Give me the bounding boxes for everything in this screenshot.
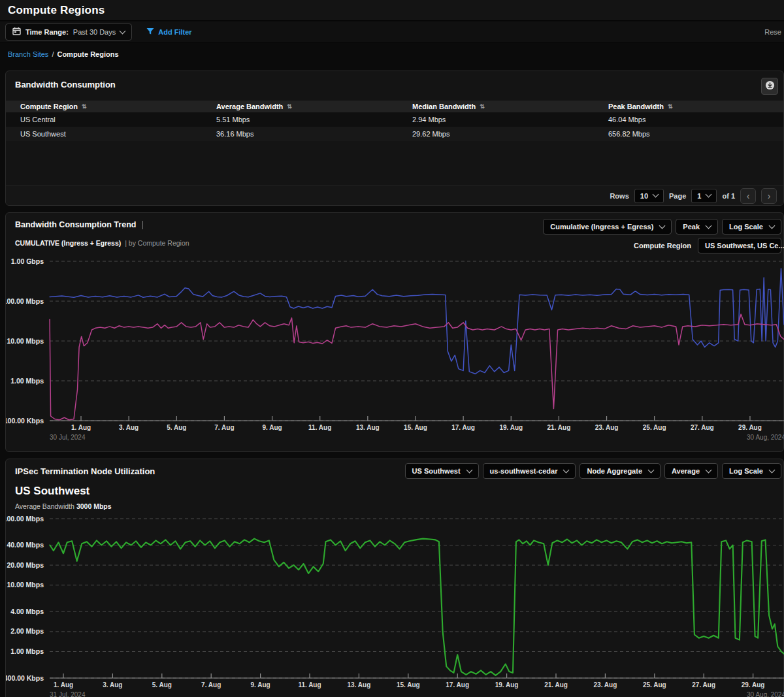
pagination-bar: Rows 10 Page 1 of 1 ‹ › xyxy=(6,186,783,205)
svg-text:29. Aug: 29. Aug xyxy=(742,681,765,689)
svg-text:29. Aug: 29. Aug xyxy=(738,424,762,431)
time-range-label: Time Range: xyxy=(25,28,69,36)
svg-text:1.00 Mbps: 1.00 Mbps xyxy=(10,647,44,655)
chevron-right-icon: › xyxy=(768,191,771,201)
svg-text:17. Aug: 17. Aug xyxy=(451,424,475,431)
breadcrumb-separator: / xyxy=(52,50,54,58)
cell-average: 36.16 Mbps xyxy=(216,130,412,138)
svg-text:19. Aug: 19. Aug xyxy=(499,424,523,431)
add-filter-button[interactable]: Add Filter xyxy=(146,27,191,37)
table-row[interactable]: US Central 5.51 Mbps 2.94 Mbps 46.04 Mbp… xyxy=(6,112,783,127)
chevron-down-icon xyxy=(120,27,126,34)
svg-text:25. Aug: 25. Aug xyxy=(643,424,666,431)
svg-text:100.00 Mbps: 100.00 Mbps xyxy=(6,297,44,305)
chevron-down-icon xyxy=(466,466,472,473)
sort-icon[interactable]: ⇅ xyxy=(480,103,485,110)
svg-text:15. Aug: 15. Aug xyxy=(397,681,420,689)
column-header-compute-region[interactable]: Compute Region ⇅ xyxy=(20,103,216,110)
svg-text:2.00 Mbps: 2.00 Mbps xyxy=(10,627,44,635)
page-label: Page xyxy=(669,192,686,200)
card-title: Bandwidth Consumption xyxy=(15,80,116,89)
svg-text:3. Aug: 3. Aug xyxy=(119,424,139,431)
direction-select[interactable]: Cumulative (Ingress + Egress) xyxy=(543,219,672,235)
chevron-down-icon xyxy=(706,222,712,229)
svg-text:1. Aug: 1. Aug xyxy=(54,681,73,689)
svg-text:1.00 Mbps: 1.00 Mbps xyxy=(10,377,44,385)
svg-text:5. Aug: 5. Aug xyxy=(167,424,186,431)
svg-text:27. Aug: 27. Aug xyxy=(692,681,715,689)
page-of-label: of 1 xyxy=(722,192,735,200)
svg-text:30 Aug, 2024: 30 Aug, 2024 xyxy=(747,434,784,441)
chevron-down-icon xyxy=(706,191,712,198)
average-bandwidth-line: Average Bandwidth3000 Mbps xyxy=(15,502,112,510)
column-header-average-bandwidth[interactable]: Average Bandwidth ⇅ xyxy=(216,103,412,110)
card-title: Bandwidth Consumption Trend xyxy=(15,220,136,229)
cell-median: 2.94 Mbps xyxy=(412,116,608,123)
node-aggregate-select[interactable]: Node Aggregate xyxy=(580,463,661,479)
svg-text:9. Aug: 9. Aug xyxy=(262,424,282,431)
card-title: IPSec Termination Node Utilization xyxy=(15,466,155,476)
calendar-icon xyxy=(12,26,21,38)
chevron-down-icon xyxy=(769,466,776,473)
compute-region-select[interactable]: US Southwest, US Ce... xyxy=(698,238,781,253)
chevron-down-icon xyxy=(769,222,776,229)
column-header-median-bandwidth[interactable]: Median Bandwidth ⇅ xyxy=(412,103,608,110)
svg-text:1. Aug: 1. Aug xyxy=(71,424,91,431)
svg-text:30 Aug, 2024: 30 Aug, 2024 xyxy=(747,691,784,697)
svg-text:7. Aug: 7. Aug xyxy=(214,424,234,431)
svg-text:100.00 Mbps: 100.00 Mbps xyxy=(6,515,44,523)
cell-median: 29.62 Mbps xyxy=(412,130,608,138)
aggregation-select[interactable]: Peak xyxy=(676,219,718,235)
svg-text:21. Aug: 21. Aug xyxy=(544,681,568,689)
svg-text:7. Aug: 7. Aug xyxy=(201,681,221,689)
previous-page-button[interactable]: ‹ xyxy=(740,188,756,204)
sort-icon[interactable]: ⇅ xyxy=(287,103,292,110)
cell-peak: 46.04 Mbps xyxy=(608,116,783,123)
reset-button[interactable]: Rese xyxy=(764,28,781,36)
breadcrumb-current: Compute Regions xyxy=(57,50,118,58)
region-select[interactable]: US Southwest xyxy=(405,463,479,479)
svg-text:13. Aug: 13. Aug xyxy=(348,681,371,689)
chevron-down-icon xyxy=(653,191,659,198)
table-row[interactable]: US Southwest 36.16 Mbps 29.62 Mbps 656.8… xyxy=(6,127,783,141)
bandwidth-table: Compute Region ⇅ Average Bandwidth ⇅ Med… xyxy=(6,101,783,141)
svg-text:10.00 Mbps: 10.00 Mbps xyxy=(7,581,44,589)
svg-text:100.00 Kbps: 100.00 Kbps xyxy=(6,417,44,425)
bandwidth-trend-chart: 1.00 Gbps100.00 Mbps10.00 Mbps1.00 Mbps1… xyxy=(6,252,784,448)
table-header-row: Compute Region ⇅ Average Bandwidth ⇅ Med… xyxy=(6,101,783,112)
download-button[interactable] xyxy=(761,78,778,95)
divider xyxy=(142,221,143,229)
chart-subtitle: CUMULATIVE (Ingress + Egress) | by Compu… xyxy=(15,239,189,247)
svg-text:21. Aug: 21. Aug xyxy=(547,424,571,431)
cell-peak: 656.82 Mbps xyxy=(608,130,783,138)
page-title: Compute Regions xyxy=(8,4,105,17)
funnel-icon xyxy=(146,27,154,37)
rows-per-page-select[interactable]: 10 xyxy=(634,189,664,203)
svg-text:19. Aug: 19. Aug xyxy=(495,681,519,689)
scale-select[interactable]: Log Scale xyxy=(722,463,781,479)
svg-text:400.00 Kbps: 400.00 Kbps xyxy=(6,674,44,682)
breadcrumb: Branch Sites / Compute Regions xyxy=(0,47,127,61)
scale-select[interactable]: Log Scale xyxy=(722,219,781,235)
top-bar: Compute Regions xyxy=(0,0,784,21)
cell-average: 5.51 Mbps xyxy=(216,116,412,123)
breadcrumb-branch-sites[interactable]: Branch Sites xyxy=(8,50,48,58)
rows-label: Rows xyxy=(610,192,629,200)
cell-region: US Central xyxy=(20,116,216,123)
bandwidth-trend-card: Bandwidth Consumption Trend Cumulative (… xyxy=(5,212,784,452)
compute-region-label: Compute Region xyxy=(634,242,691,250)
page-select[interactable]: 1 xyxy=(691,189,717,203)
statistic-select[interactable]: Average xyxy=(664,463,718,479)
node-utilization-card: IPSec Termination Node Utilization US So… xyxy=(5,459,784,697)
svg-text:1.00 Gbps: 1.00 Gbps xyxy=(11,257,44,265)
svg-text:27. Aug: 27. Aug xyxy=(691,424,714,431)
svg-text:11. Aug: 11. Aug xyxy=(298,681,321,689)
bandwidth-consumption-card: Bandwidth Consumption Compute Region ⇅ A… xyxy=(5,71,784,206)
sort-icon[interactable]: ⇅ xyxy=(82,103,87,110)
sort-icon[interactable]: ⇅ xyxy=(668,103,673,110)
time-range-select[interactable]: Time Range: Past 30 Days xyxy=(5,24,132,41)
column-header-peak-bandwidth[interactable]: Peak Bandwidth ⇅ xyxy=(608,103,783,110)
svg-text:25. Aug: 25. Aug xyxy=(643,681,666,689)
next-page-button[interactable]: › xyxy=(761,188,777,204)
node-select[interactable]: us-southwest-cedar xyxy=(483,463,576,479)
